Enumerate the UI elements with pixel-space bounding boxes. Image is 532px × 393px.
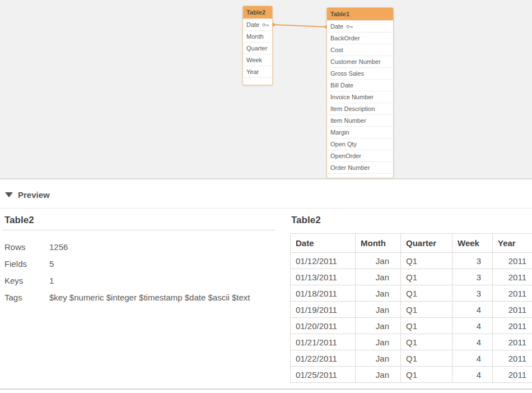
cell-week: 4: [452, 318, 493, 334]
preview-label: Preview: [18, 190, 50, 200]
field-label: OpenOrder: [330, 152, 361, 159]
cell-quarter: Q1: [401, 367, 452, 383]
field-label: Item Description: [330, 105, 375, 112]
stat-tags: Tags $key $numeric $integer $timestamp $…: [4, 289, 279, 306]
table-field-month[interactable]: Month: [243, 30, 272, 42]
node-empty-area: [243, 77, 272, 85]
data-preview-table-wrap[interactable]: Date Month Quarter Week Year 01/12/2011 …: [290, 233, 532, 387]
table-field-date[interactable]: Date: [327, 20, 393, 32]
field-label: Month: [246, 33, 264, 40]
table-row: 01/22/2011 Jan Q1 4 2011: [291, 350, 532, 367]
table-field-backorder[interactable]: BackOrder: [327, 32, 393, 44]
cell-year: 2011: [493, 350, 532, 367]
table-node-title[interactable]: Table2: [243, 6, 272, 19]
cell-date: 01/20/2011: [291, 318, 356, 334]
field-label: Date: [330, 23, 343, 30]
cell-quarter: Q1: [401, 269, 452, 285]
cell-month: Jan: [356, 302, 401, 318]
column-header-quarter: Quarter: [401, 234, 452, 253]
table-field-week[interactable]: Week: [243, 54, 272, 66]
stat-label: Fields: [4, 259, 49, 269]
data-model-canvas[interactable]: Table2 Date Month Quarter Week Year Tabl…: [0, 0, 532, 179]
field-label: Margin: [330, 129, 349, 136]
triangle-down-icon: [5, 192, 13, 197]
field-label: Bill Date: [330, 82, 353, 89]
cell-quarter: Q1: [401, 253, 452, 269]
cell-week: 4: [452, 302, 493, 318]
cell-week: 4: [452, 367, 493, 383]
table-field-cost[interactable]: Cost: [327, 44, 393, 56]
stat-value: 5: [49, 259, 54, 269]
field-label: Order Number: [330, 164, 370, 171]
table-field-date[interactable]: Date: [243, 19, 272, 30]
stat-value: 1256: [49, 242, 68, 252]
cell-date: 01/19/2011: [291, 302, 356, 318]
table-field-gross-sales[interactable]: Gross Sales: [327, 67, 393, 79]
field-label: Gross Sales: [330, 70, 364, 77]
preview-table-title-right: Table2: [291, 215, 321, 226]
preview-collapse-toggle[interactable]: Preview: [5, 189, 50, 200]
stat-label: Keys: [4, 276, 49, 285]
column-header-date: Date: [291, 234, 356, 253]
stat-fields: Fields 5: [4, 255, 279, 272]
table-field-invoice-number[interactable]: Invoice Number: [327, 91, 393, 103]
cell-week: 3: [452, 285, 493, 302]
column-header-year: Year: [493, 234, 532, 253]
node-clipped-row: [327, 173, 393, 178]
cell-year: 2011: [493, 253, 532, 269]
field-label: Item Number: [330, 117, 366, 124]
cell-month: Jan: [356, 285, 401, 302]
table-field-openorder[interactable]: OpenOrder: [327, 150, 393, 161]
table-node-table1[interactable]: Table1 Date BackOrder Cost Customer Numb…: [326, 7, 394, 178]
table-node-title[interactable]: Table1: [327, 8, 393, 20]
table-field-margin[interactable]: Margin: [327, 126, 393, 138]
data-preview-table: Date Month Quarter Week Year 01/12/2011 …: [290, 233, 532, 383]
cell-month: Jan: [356, 334, 401, 350]
cell-year: 2011: [493, 318, 532, 334]
table-row: 01/21/2011 Jan Q1 4 2011: [291, 334, 532, 350]
column-header-week: Week: [452, 234, 493, 253]
table-field-open-qty[interactable]: Open Qty: [327, 138, 393, 150]
cell-year: 2011: [493, 302, 532, 318]
cell-week: 3: [452, 253, 493, 269]
field-label: Customer Number: [330, 58, 381, 65]
preview-table-title-left: Table2: [4, 215, 34, 226]
stat-label: Rows: [4, 242, 49, 252]
cell-quarter: Q1: [401, 334, 452, 350]
cell-month: Jan: [356, 253, 401, 269]
cell-week: 3: [452, 269, 493, 285]
cell-year: 2011: [493, 334, 532, 350]
key-icon: [262, 22, 269, 27]
table-field-customer-number[interactable]: Customer Number: [327, 56, 393, 67]
cell-quarter: Q1: [401, 285, 452, 302]
cell-month: Jan: [356, 318, 401, 334]
stat-value: $key $numeric $integer $timestamp $date …: [49, 293, 250, 302]
cell-date: 01/25/2011: [291, 367, 356, 383]
cell-year: 2011: [493, 269, 532, 285]
cell-month: Jan: [356, 367, 401, 383]
cell-date: 01/18/2011: [291, 285, 356, 302]
table-row: 01/18/2011 Jan Q1 3 2011: [291, 285, 532, 302]
left-title-rule: [2, 230, 275, 230]
header-row: Date Month Quarter Week Year: [291, 234, 532, 253]
cell-month: Jan: [356, 269, 401, 285]
table-node-table2[interactable]: Table2 Date Month Quarter Week Year: [242, 6, 273, 85]
field-label: Open Qty: [330, 141, 357, 147]
key-icon: [346, 24, 353, 29]
cell-quarter: Q1: [401, 302, 452, 318]
table-field-order-number[interactable]: Order Number: [327, 161, 393, 173]
table-field-bill-date[interactable]: Bill Date: [327, 79, 393, 91]
table-field-item-description[interactable]: Item Description: [327, 103, 393, 114]
table-row: 01/19/2011 Jan Q1 4 2011: [291, 302, 532, 318]
stat-keys: Keys 1: [4, 272, 279, 289]
table-field-quarter[interactable]: Quarter: [243, 42, 272, 54]
cell-year: 2011: [493, 367, 532, 383]
column-header-month: Month: [356, 234, 401, 253]
field-label: Cost: [330, 47, 343, 53]
cell-date: 01/21/2011: [291, 334, 356, 350]
preview-divider: [0, 208, 532, 209]
table-field-item-number[interactable]: Item Number: [327, 114, 393, 126]
cell-week: 4: [452, 334, 493, 350]
stat-label: Tags: [4, 293, 49, 302]
table-field-year[interactable]: Year: [243, 66, 272, 77]
